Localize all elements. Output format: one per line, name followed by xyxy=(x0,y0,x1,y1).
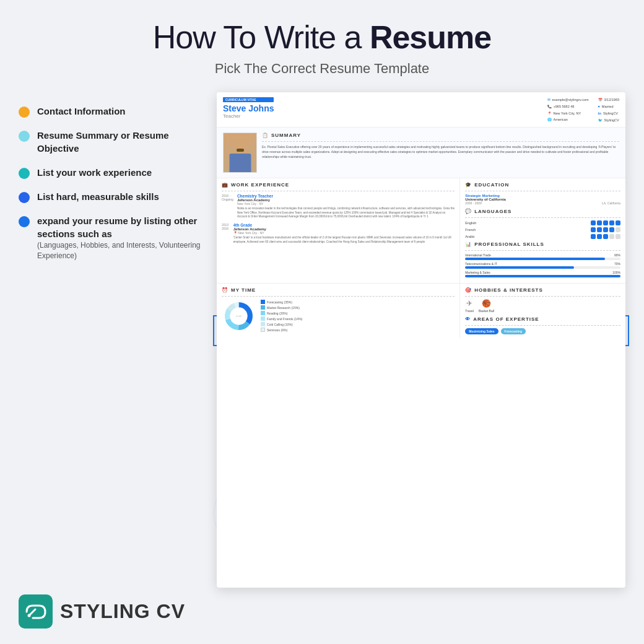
photo-person xyxy=(224,133,256,172)
lang-arabic: Arabic xyxy=(465,234,620,239)
legend-item-5: expand your resume by listing other sect… xyxy=(19,214,204,261)
hobby-travel: ✈ Travel xyxy=(465,299,474,313)
email-icon: ✉ xyxy=(547,97,550,103)
languages-section: 💬 LANGUAGES English xyxy=(465,209,620,239)
edu-divider xyxy=(465,191,620,191)
dot xyxy=(603,227,608,232)
subtitle: Pick The Correct Resume Template xyxy=(12,61,632,77)
lang-dots-arabic xyxy=(591,234,620,239)
lang-dots-english xyxy=(591,220,620,225)
summary-title: 📋 SUMMARY xyxy=(262,133,619,138)
dot xyxy=(591,234,596,239)
skill-bar-bg xyxy=(465,258,620,260)
edu-section: 🎓 EDUCATION Strategic Marketing Universi… xyxy=(460,178,625,283)
summary-section: 📋 SUMMARY Ex. Pivotal Sales Executive of… xyxy=(217,128,625,178)
dot xyxy=(609,227,614,232)
main-content: Contact Information Resume Summary or Re… xyxy=(0,86,644,594)
dot xyxy=(616,227,620,232)
work-edu-row: 💼 WORK EXPERIENCE 2016 - Ongoing Chemist… xyxy=(217,178,625,284)
lang-divider xyxy=(465,217,620,218)
skills-divider xyxy=(465,250,620,251)
dot xyxy=(591,220,596,225)
hobby-basketball: 🏀 Basket Ball xyxy=(479,299,494,313)
twitter-icon: 🐦 xyxy=(598,118,603,123)
legend-family: Family and Friends (14%) xyxy=(261,316,302,321)
work-section: 💼 WORK EXPERIENCE 2016 - Ongoing Chemist… xyxy=(217,178,460,283)
job-1-location: New York City - NY xyxy=(237,202,455,206)
contact-linkedin: in StylingCV xyxy=(598,111,619,117)
legend-forecasting: Forecasting (35%) xyxy=(261,300,302,304)
contact-twitter: 🐦 StylingCV xyxy=(598,118,619,123)
legend-color xyxy=(261,311,265,315)
summary-icon: 📋 xyxy=(262,133,269,138)
dot xyxy=(616,234,620,239)
area-tags: Maximizing Sales Forecasting xyxy=(465,328,620,334)
legend-color xyxy=(261,305,265,310)
edu-title: 🎓 EDUCATION xyxy=(465,182,620,188)
skill-bar-fill xyxy=(465,275,620,277)
hobbies-icon: 🎯 xyxy=(465,287,472,293)
contact-dob: 📅 3/12/1983 xyxy=(598,97,619,103)
area-tag-1: Maximizing Sales xyxy=(465,328,498,334)
job-1-desc: Nokia is an innovation leader in the tec… xyxy=(237,207,455,219)
edu-entry-1: Strategic Marketing University of Califo… xyxy=(465,194,620,205)
areas-section: 👁 AREAS OF EXPERTISE Maximizing Sales Fo… xyxy=(465,316,620,334)
resume-wrapper: CURRICULUM VITAE Steve Johns Teacher ✉ e… xyxy=(217,92,625,588)
area-tag-2: Forecasting xyxy=(501,328,526,334)
phone-icon: 📞 xyxy=(547,104,552,110)
hobbies-title: 🎯 HOBBIES & INTERESTS xyxy=(465,287,620,293)
areas-title: 👁 AREAS OF EXPERTISE xyxy=(465,316,620,322)
contact-col-2: 📅 3/12/1983 ♥ Married in StylingCV xyxy=(598,97,619,123)
contact-status: ♥ Married xyxy=(598,104,619,110)
my-time-title: ⏰ MY TIME xyxy=(222,287,455,293)
dot xyxy=(591,227,596,232)
hobbies-section: 🎯 HOBBIES & INTERESTS ✈ Travel 🏀 Basket … xyxy=(460,284,625,338)
skill-marketing: Marketing & Sales 100% xyxy=(465,271,620,277)
legend-color xyxy=(261,322,265,326)
legend-calling: Cold Calling (10%) xyxy=(261,322,302,326)
svg-point-12 xyxy=(27,614,30,617)
legend-item-2: Resume Summary or Resume Objective xyxy=(19,129,204,155)
resume-badge: CURRICULUM VITAE xyxy=(223,97,274,102)
contact-email: ✉ example@stylingcv.com xyxy=(547,97,589,103)
job-2-location: 📍 New York City - NY xyxy=(233,231,455,235)
main-title: How To Write a Resume xyxy=(12,19,632,56)
summary-text: Ex. Pivotal Sales Executive offering ove… xyxy=(262,144,619,159)
dot xyxy=(603,234,608,239)
footer-brand: STYLING CV xyxy=(60,600,185,623)
legend-item-1: Contact Information xyxy=(19,105,204,118)
legend-color xyxy=(261,316,265,321)
dot xyxy=(616,220,620,225)
areas-divider xyxy=(465,325,620,326)
donut-legend: Forecasting (35%) Market Research (15%) … xyxy=(261,300,302,332)
my-time-section: ⏰ MY TIME xyxy=(217,284,460,338)
dot xyxy=(597,220,602,225)
contact-nationality: 🌐 American xyxy=(547,117,589,123)
legend-color xyxy=(261,300,265,304)
dot xyxy=(597,227,602,232)
logo-icon xyxy=(24,603,48,620)
footer-logo[interactable] xyxy=(19,594,53,629)
contact-phone: 📞 +965 5682 48 xyxy=(547,104,589,110)
skills-section: 📊 PROFESSIONAL SKILLS International Trad… xyxy=(465,242,620,277)
dot xyxy=(609,220,614,225)
location-icon: 📍 xyxy=(547,111,552,116)
languages-title: 💬 LANGUAGES xyxy=(465,209,620,214)
language-icon: 💬 xyxy=(465,209,472,214)
left-bracket xyxy=(213,315,217,346)
right-bracket xyxy=(625,315,629,346)
legend-dot-3 xyxy=(19,168,30,179)
legend-market: Market Research (15%) xyxy=(261,305,302,310)
skill-telecom: Telecomunications & IT 70% xyxy=(465,262,620,269)
legend-item-4: List hard, measurable skills xyxy=(19,190,204,203)
job-1-year: 2016 - Ongoing xyxy=(222,194,233,201)
hobby-row: ✈ Travel 🏀 Basket Ball xyxy=(465,299,620,313)
work-icon: 💼 xyxy=(222,182,228,188)
summary-content: 📋 SUMMARY Ex. Pivotal Sales Executive of… xyxy=(262,133,619,173)
footer: STYLING CV xyxy=(19,594,185,629)
contact-col-1: ✉ example@stylingcv.com 📞 +965 5682 48 📍… xyxy=(547,97,589,123)
summary-divider xyxy=(262,141,619,142)
skills-icon: 📊 xyxy=(465,242,472,247)
page-header: How To Write a Resume Pick The Correct R… xyxy=(0,0,644,86)
legend-dot-1 xyxy=(19,107,30,118)
